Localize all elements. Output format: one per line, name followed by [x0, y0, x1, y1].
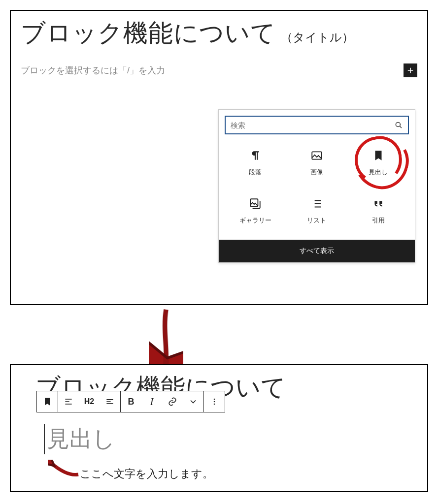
- image-icon: [310, 149, 323, 162]
- plus-icon: [406, 66, 415, 75]
- heading-block-placeholder[interactable]: 見出し: [44, 424, 417, 454]
- toolbar-text-align-button[interactable]: [100, 391, 120, 412]
- block-label: リスト: [307, 216, 326, 225]
- block-label: 見出し: [369, 168, 388, 177]
- heading-bookmark-icon: [42, 397, 52, 407]
- heading-bookmark-icon: [372, 149, 385, 162]
- inserter-search-input[interactable]: [231, 121, 394, 129]
- paragraph-icon: [249, 149, 262, 162]
- title-annotation: （タイトル）: [281, 30, 354, 45]
- inserter-block-grid: 段落 画像 見出し ギャラリー リスト 引用: [219, 140, 415, 240]
- list-icon: [310, 197, 323, 210]
- svg-point-0: [396, 122, 400, 126]
- block-item-paragraph[interactable]: 段落: [225, 146, 286, 180]
- block-item-quote[interactable]: 引用: [347, 194, 409, 228]
- block-label: 引用: [372, 216, 385, 225]
- block-item-list[interactable]: リスト: [286, 194, 348, 228]
- align-icon: [64, 397, 73, 407]
- editor-panel-before: ブロック機能について （タイトル） ブロックを選択するには「/」を入力 段落 画…: [10, 10, 428, 305]
- post-title[interactable]: ブロック機能について: [21, 17, 276, 50]
- more-vertical-icon: [209, 397, 219, 407]
- block-item-heading[interactable]: 見出し: [347, 146, 409, 180]
- toolbar-heading-level-button[interactable]: H2: [79, 391, 100, 412]
- toolbar-align-button[interactable]: [58, 391, 79, 412]
- inserter-show-all-button[interactable]: すべて表示: [219, 240, 415, 262]
- block-item-gallery[interactable]: ギャラリー: [225, 194, 286, 228]
- chevron-down-icon: [188, 397, 198, 407]
- toolbar-more-inline-button[interactable]: [183, 391, 203, 412]
- quote-icon: [372, 197, 385, 210]
- toolbar-italic-button[interactable]: I: [141, 391, 162, 412]
- toolbar-bold-button[interactable]: B: [121, 391, 141, 412]
- svg-point-4: [214, 401, 215, 403]
- gallery-icon: [249, 197, 262, 210]
- toolbar-more-options-button[interactable]: [204, 391, 225, 412]
- svg-point-5: [214, 404, 215, 405]
- instruction-annotation: ここへ文字を入力します。: [80, 467, 213, 481]
- svg-point-3: [214, 399, 215, 400]
- block-prompt-row: ブロックを選択するには「/」を入力: [21, 63, 417, 77]
- search-icon: [394, 121, 403, 129]
- block-toolbar: H2 B I: [36, 391, 225, 412]
- arrow-left-annotation: [48, 460, 82, 479]
- inserter-search[interactable]: [225, 116, 409, 134]
- post-title-row: ブロック機能について （タイトル）: [21, 17, 417, 50]
- text-align-icon: [105, 397, 115, 407]
- block-item-image[interactable]: 画像: [286, 146, 348, 180]
- svg-rect-1: [312, 152, 322, 159]
- block-prompt-text[interactable]: ブロックを選択するには「/」を入力: [21, 64, 165, 76]
- editor-panel-after: ブロック機能について H2 B I: [10, 364, 428, 492]
- link-icon: [168, 397, 177, 407]
- block-label: 段落: [249, 168, 262, 177]
- block-label: 画像: [310, 168, 323, 177]
- add-block-button[interactable]: [404, 63, 417, 77]
- toolbar-block-type-button[interactable]: [37, 391, 58, 412]
- block-label: ギャラリー: [239, 216, 271, 225]
- block-inserter-popover: 段落 画像 見出し ギャラリー リスト 引用: [218, 109, 415, 263]
- toolbar-link-button[interactable]: [162, 391, 183, 412]
